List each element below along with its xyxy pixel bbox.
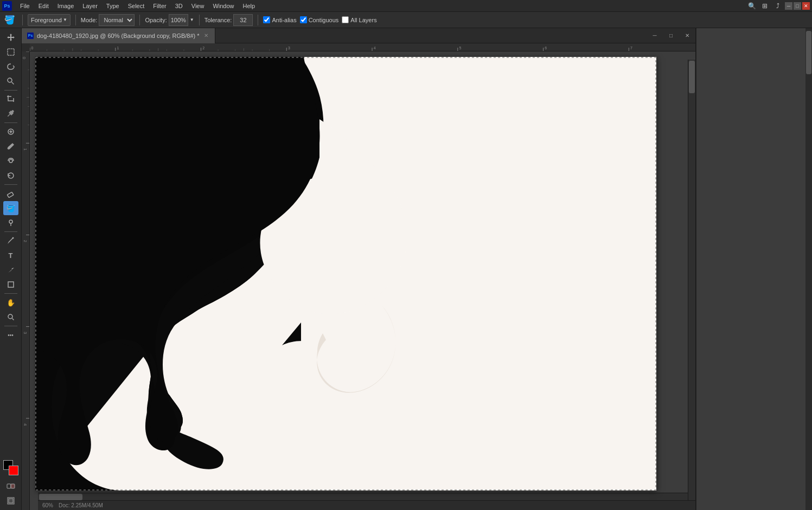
options-separator-1 — [22, 15, 23, 25]
screen-mode-btn[interactable] — [3, 494, 18, 508]
svg-text:0: 0 — [22, 57, 27, 59]
ruler-horizontal: 0 1 2 3 4 5 6 7 — [30, 43, 695, 51]
quick-select-tool[interactable] — [3, 74, 18, 88]
svg-point-8 — [8, 314, 12, 319]
clone-tool[interactable] — [3, 154, 18, 168]
opacity-label: Opacity: — [145, 17, 167, 23]
share-button[interactable]: ⤴ — [772, 0, 784, 12]
doc-tab-close[interactable]: ✕ — [203, 33, 209, 39]
tolerance-option: Tolerance: — [204, 14, 253, 26]
doc-tabs: Ps dog-4180480_1920.jpg @ 60% (Backgroun… — [22, 28, 695, 43]
shape-tool[interactable] — [3, 277, 18, 292]
more-tools[interactable]: ••• — [3, 328, 18, 342]
scrollbar-horizontal[interactable] — [38, 493, 688, 500]
tab-minimize[interactable]: ─ — [647, 28, 663, 43]
all-layers-checkbox[interactable] — [342, 16, 349, 23]
maximize-button[interactable]: □ — [794, 2, 801, 10]
menu-edit[interactable]: Edit — [35, 2, 53, 10]
options-separator-4 — [199, 15, 200, 25]
menu-select[interactable]: Select — [124, 2, 149, 10]
opacity-arrow[interactable]: ▼ — [190, 17, 194, 22]
menu-layer[interactable]: Layer — [79, 2, 101, 10]
anti-alias-label: Anti-alias — [272, 17, 296, 23]
view-button[interactable]: ⊞ — [759, 0, 771, 12]
mode-label: Mode: — [81, 17, 98, 23]
all-layers-option[interactable]: All Layers — [342, 16, 376, 23]
svg-text:4: 4 — [374, 46, 376, 51]
foreground-dropdown[interactable]: Foreground ▼ — [28, 14, 71, 26]
menu-type[interactable]: Type — [103, 2, 123, 10]
menu-image[interactable]: Image — [54, 2, 78, 10]
scrollbar-h-thumb[interactable] — [39, 494, 82, 500]
color-swatches[interactable] — [3, 460, 18, 475]
history-brush-tool[interactable] — [3, 169, 18, 183]
scrollbar-v-thumb[interactable] — [689, 61, 695, 93]
crop-tool[interactable] — [3, 92, 18, 106]
eyedropper-tool[interactable] — [3, 107, 18, 121]
foreground-option: Foreground ▼ — [28, 14, 71, 26]
svg-point-5 — [9, 220, 12, 223]
doc-tab-active[interactable]: Ps dog-4180480_1920.jpg @ 60% (Backgroun… — [22, 28, 215, 43]
menu-window[interactable]: Window — [209, 2, 238, 10]
options-separator-2 — [75, 15, 76, 25]
svg-text:7: 7 — [630, 46, 632, 51]
right-scrollbar-thumb[interactable] — [806, 31, 811, 74]
close-button[interactable]: ✕ — [802, 2, 810, 10]
lasso-tool[interactable] — [3, 60, 18, 74]
tolerance-input[interactable] — [233, 14, 253, 26]
eraser-tool[interactable] — [3, 186, 18, 201]
scrollbar-vertical[interactable] — [688, 60, 695, 500]
path-select-tool[interactable] — [3, 263, 18, 277]
paint-bucket-tool-icon: 🪣 — [2, 13, 17, 27]
marquee-tool[interactable] — [3, 45, 18, 59]
dodge-tool[interactable] — [3, 216, 18, 230]
svg-rect-12 — [9, 499, 13, 503]
canvas-workspace[interactable]: 0 1 2 3 4 5 6 7 — [22, 43, 695, 510]
minimize-button[interactable]: ─ — [785, 2, 792, 10]
doc-tab-title: dog-4180480_1920.jpg @ 60% (Background c… — [37, 33, 200, 39]
status-zoom: 60% — [42, 502, 53, 508]
svg-rect-0 — [8, 49, 14, 55]
opacity-input[interactable] — [169, 14, 188, 26]
tool-separator-2 — [4, 122, 17, 123]
menu-view[interactable]: View — [188, 2, 208, 10]
menu-filter[interactable]: Filter — [149, 2, 170, 10]
tool-separator-6 — [4, 326, 17, 326]
dog-silhouette-image — [35, 57, 656, 490]
main-layout: 🪣 T ✋ ••• — [0, 28, 812, 510]
svg-rect-10 — [11, 484, 15, 488]
svg-rect-9 — [7, 484, 11, 488]
quick-mask-btn[interactable] — [3, 479, 18, 493]
brush-tool[interactable] — [3, 139, 18, 153]
menu-help[interactable]: Help — [239, 2, 259, 10]
contiguous-option[interactable]: Contiguous — [300, 16, 339, 23]
anti-alias-checkbox[interactable] — [263, 16, 270, 23]
ps-logo: Ps — [2, 1, 12, 11]
text-tool[interactable]: T — [3, 248, 18, 262]
contiguous-checkbox[interactable] — [300, 16, 307, 23]
options-bar: 🪣 Foreground ▼ Mode: Normal Opacity: ▼ T… — [0, 12, 812, 28]
paint-bucket-tool[interactable]: 🪣 — [3, 201, 18, 215]
background-color[interactable] — [9, 466, 18, 475]
tool-separator-4 — [4, 231, 17, 232]
menu-bar: Ps File Edit Image Layer Type Select Fil… — [0, 0, 812, 12]
tolerance-label: Tolerance: — [204, 17, 232, 23]
search-button[interactable]: 🔍 — [746, 0, 758, 12]
heal-tool[interactable] — [3, 125, 18, 139]
opacity-option: Opacity: ▼ — [145, 14, 194, 26]
zoom-tool[interactable] — [3, 310, 18, 324]
svg-text:3: 3 — [288, 46, 290, 51]
options-separator-3 — [139, 15, 140, 25]
svg-point-1 — [8, 78, 12, 82]
anti-alias-option[interactable]: Anti-alias — [263, 16, 296, 23]
canvas-document[interactable] — [35, 57, 656, 490]
tab-maximize[interactable]: □ — [663, 28, 679, 43]
menu-3d[interactable]: 3D — [171, 2, 187, 10]
mode-select[interactable]: Normal — [99, 14, 135, 26]
pen-tool[interactable] — [3, 234, 18, 248]
svg-rect-7 — [8, 282, 14, 287]
menu-file[interactable]: File — [16, 2, 34, 10]
hand-tool[interactable]: ✋ — [3, 295, 18, 309]
tab-close-win[interactable]: ✕ — [679, 28, 695, 43]
move-tool[interactable] — [3, 30, 18, 44]
